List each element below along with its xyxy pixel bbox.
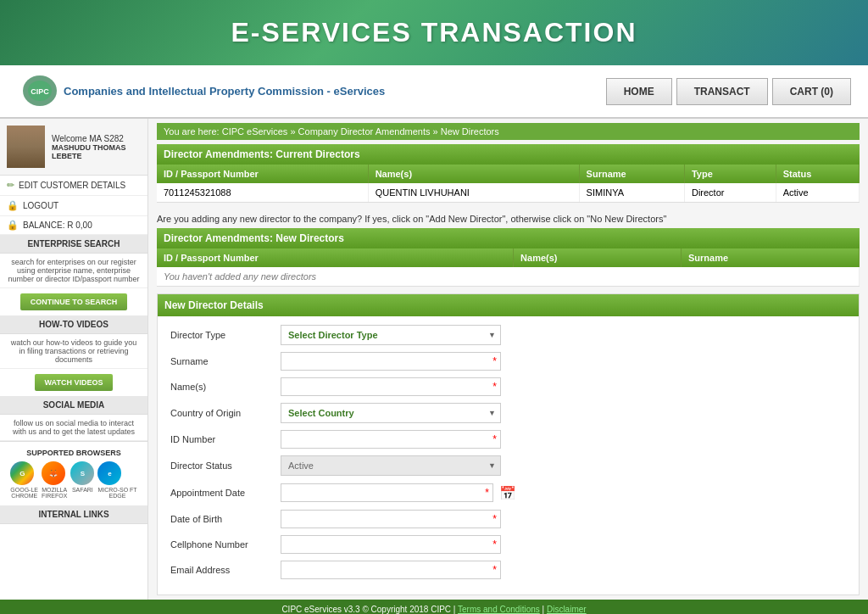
- form-body: Director Type Select Director Type Direc…: [158, 316, 859, 594]
- logout-label: LOGOUT: [23, 201, 58, 210]
- how-to-title: HOW-TO VIDEOS: [0, 315, 147, 334]
- cellphone-row: Cellphone Number *: [170, 535, 846, 554]
- id-number-input[interactable]: [281, 430, 501, 449]
- enterprise-search-title: ENTERPRISE SEARCH: [0, 235, 147, 254]
- director-surname: SIMINYA: [579, 183, 684, 203]
- cipc-logo: CIPC: [17, 72, 64, 110]
- calendar-icon[interactable]: 📅: [498, 483, 518, 503]
- footer-text: CIPC eServices v3.3 © Copyright 2018 CIP…: [281, 605, 455, 614]
- avatar: [7, 126, 45, 168]
- names-input-wrapper: *: [281, 377, 501, 396]
- browsers-section: SUPPORTED BROWSERS G GOOG-LECHROME 🦊 MOZ…: [0, 441, 147, 505]
- nav-buttons: HOME TRANSACT CART (0): [606, 78, 851, 105]
- id-number-input-wrapper: *: [281, 430, 501, 449]
- country-label: Country of Origin: [170, 408, 281, 418]
- edit-customer-label: EDIT CUSTOMER DETAILS: [19, 181, 125, 190]
- sidebar-item-logout[interactable]: 🔒 LOGOUT: [0, 196, 147, 216]
- social-media-description: follow us on social media to interact wi…: [0, 415, 147, 441]
- director-id: 7011245321088: [157, 183, 368, 203]
- email-input[interactable]: [281, 561, 501, 579]
- director-status-select-wrapper: Active Inactive: [281, 455, 501, 476]
- transact-button[interactable]: TRANSACT: [676, 78, 768, 105]
- browser-firefox: 🦊 MOZILLAFIREFOX: [42, 461, 67, 499]
- how-to-description: watch our how-to videos to guide you in …: [0, 334, 147, 369]
- form-header: New Director Details: [158, 294, 859, 316]
- director-status-label: Director Status: [170, 460, 281, 471]
- appointment-date-wrapper: * 📅: [281, 483, 518, 503]
- firefox-icon: 🦊: [42, 461, 65, 485]
- user-name: MASHUDU THOMAS LEBETE: [52, 143, 141, 160]
- browser-chrome: G GOOG-LECHROME: [10, 461, 38, 499]
- cellphone-input-wrapper: *: [281, 535, 501, 554]
- director-type-select-wrapper: Select Director Type Director Alternate …: [281, 325, 501, 345]
- cellphone-label: Cellphone Number: [170, 539, 281, 550]
- main-layout: Welcome MA S282 MASHUDU THOMAS LEBETE ✏ …: [0, 119, 868, 600]
- surname-input-wrapper: *: [281, 352, 501, 371]
- empty-directors-row: You haven't added any new directors: [157, 267, 860, 287]
- appointment-date-input[interactable]: [281, 483, 493, 502]
- browsers-title: SUPPORTED BROWSERS: [7, 449, 141, 457]
- new-director-form: New Director Details Director Type Selec…: [157, 293, 860, 595]
- dob-input[interactable]: [281, 510, 501, 528]
- col-status: Status: [776, 165, 859, 183]
- watch-videos-button[interactable]: WATCH VIDEOS: [35, 374, 114, 391]
- email-input-wrapper: *: [281, 561, 501, 579]
- chrome-icon: G: [10, 461, 34, 485]
- add-director-prompt: Are you adding any new director to the c…: [157, 209, 860, 228]
- page-title: E-SERVICES TRANSACTION: [0, 17, 868, 48]
- appointment-date-required-star: *: [485, 487, 489, 499]
- breadcrumb: You are here: CIPC eServices » Company D…: [157, 123, 860, 140]
- names-input[interactable]: [281, 377, 501, 396]
- terms-link[interactable]: Terms and Conditions: [458, 605, 540, 614]
- director-status: Active: [776, 183, 859, 203]
- edge-icon: e: [97, 461, 121, 485]
- surname-input[interactable]: [281, 352, 501, 371]
- surname-required-star: *: [492, 355, 497, 367]
- nav-title: Companies and Intellectual Property Comm…: [64, 85, 606, 98]
- balance-icon: 🔒: [7, 220, 19, 231]
- balance-text: BALANCE: R 0,00: [23, 220, 92, 230]
- director-status-select[interactable]: Active Inactive: [281, 455, 501, 476]
- id-required-star: *: [492, 433, 497, 445]
- internal-links-title: INTERNAL LINKS: [0, 505, 147, 524]
- email-label: Email Address: [170, 565, 281, 575]
- sidebar-item-edit-customer[interactable]: ✏ EDIT CUSTOMER DETAILS: [0, 176, 147, 196]
- sidebar: Welcome MA S282 MASHUDU THOMAS LEBETE ✏ …: [0, 119, 148, 600]
- director-type-select[interactable]: Select Director Type Director Alternate …: [281, 325, 501, 345]
- continue-to-search-button[interactable]: CONTINUE TO SEARCH: [20, 293, 127, 310]
- director-names: QUENTIN LIVHUHANI: [368, 183, 579, 203]
- disclaimer-link[interactable]: Disclaimer: [547, 605, 587, 614]
- home-button[interactable]: HOME: [606, 78, 672, 105]
- content-area: You are here: CIPC eServices » Company D…: [148, 119, 868, 600]
- cellphone-input[interactable]: [281, 535, 501, 554]
- sidebar-user-section: Welcome MA S282 MASHUDU THOMAS LEBETE: [0, 119, 147, 176]
- welcome-text: Welcome MA S282: [52, 134, 141, 143]
- names-row: Name(s) *: [170, 377, 846, 396]
- cart-button[interactable]: CART (0): [772, 78, 851, 105]
- country-select[interactable]: Select Country South Africa Zimbabwe Bot…: [281, 403, 501, 423]
- dob-label: Date of Birth: [170, 514, 281, 524]
- lock-icon: 🔒: [7, 200, 19, 211]
- id-number-row: ID Number *: [170, 430, 846, 449]
- safari-icon: S: [70, 461, 94, 485]
- dob-required-star: *: [492, 513, 497, 525]
- new-col-id: ID / Passport Number: [157, 248, 514, 267]
- appointment-date-input-wrapper: *: [281, 483, 493, 502]
- id-number-label: ID Number: [170, 434, 281, 444]
- director-type-label: Director Type: [170, 330, 281, 340]
- browser-icons: G GOOG-LECHROME 🦊 MOZILLAFIREFOX S SAFAR…: [7, 461, 141, 499]
- empty-directors-message: You haven't added any new directors: [157, 267, 860, 287]
- col-surname: Surname: [579, 165, 684, 183]
- balance-row: 🔒 BALANCE: R 0,00: [0, 216, 147, 235]
- new-directors-header: Director Amendments: New Directors: [157, 228, 860, 248]
- nav-bar: CIPC Companies and Intellectual Property…: [0, 65, 868, 119]
- browser-safari: S SAFARI: [70, 461, 94, 499]
- names-required-star: *: [492, 381, 497, 393]
- dob-input-wrapper: *: [281, 510, 501, 528]
- user-info: Welcome MA S282 MASHUDU THOMAS LEBETE: [52, 134, 141, 160]
- footer: CIPC eServices v3.3 © Copyright 2018 CIP…: [0, 600, 868, 614]
- header-banner: E-SERVICES TRANSACTION: [0, 0, 868, 65]
- surname-label: Surname: [170, 356, 281, 366]
- social-media-title: SOCIAL MEDIA: [0, 396, 147, 415]
- edit-icon: ✏: [7, 180, 14, 191]
